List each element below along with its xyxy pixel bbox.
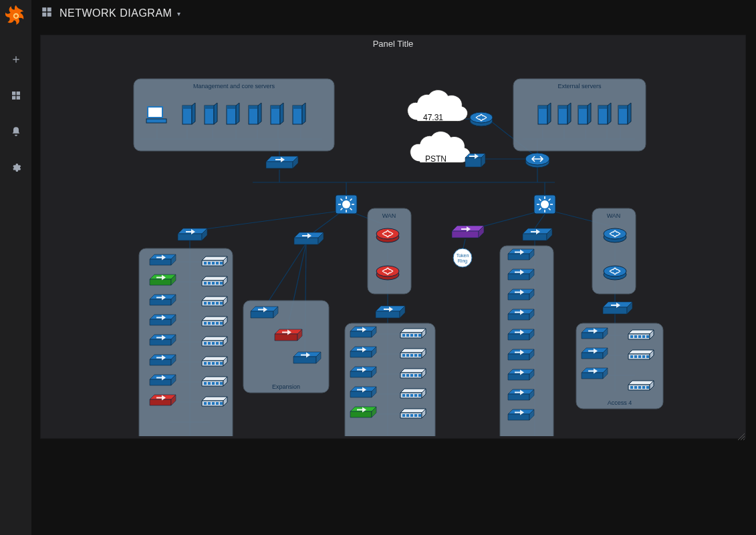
access1-pp-7[interactable] [202,377,227,386]
ext-tower-4[interactable] [598,103,611,124]
expansion-sw-1[interactable] [251,307,278,318]
dist-switch-right[interactable] [534,195,555,214]
svg-rect-267 [216,402,219,405]
access3-sw-6[interactable] [508,349,534,360]
sidebar-item-configuration[interactable] [10,162,22,174]
access4-sw-1[interactable] [582,328,608,339]
svg-rect-91 [146,119,166,123]
svg-rect-233 [212,342,215,345]
access4-pp-1[interactable] [628,330,654,339]
access1-sw-3[interactable] [150,295,176,305]
access2-pp-3[interactable] [400,369,426,378]
svg-marker-337 [508,274,529,280]
wan2-router-1[interactable] [604,228,626,242]
access1-sw-6[interactable] [150,355,176,365]
access3-sw-8[interactable] [508,389,534,400]
svg-marker-383 [582,373,603,379]
mgmt-tower-6[interactable] [293,103,305,124]
access2-pp-2[interactable] [400,349,426,358]
mgmt-tower-3[interactable] [227,103,239,124]
mgmt-tower-1[interactable] [182,103,195,124]
ext-tower-5[interactable] [618,103,631,124]
svg-point-177 [604,266,626,277]
dist-switch-left[interactable] [336,195,357,214]
sidebar-item-create[interactable] [10,53,22,65]
edge-router[interactable] [470,112,493,126]
token-ring-node[interactable]: Token Ring [453,248,472,267]
access2-sw-2[interactable] [350,347,376,357]
expansion-sw-3[interactable] [293,352,321,363]
mgmt-tower-2[interactable] [205,103,217,124]
wan2-router-2[interactable] [604,266,626,280]
svg-marker-358 [508,414,529,420]
pbx-node[interactable] [465,154,485,167]
dashboard-title-dropdown[interactable]: NETWORK DIAGRAM ▾ [59,7,181,19]
panel-title[interactable]: Panel Title [40,35,746,49]
svg-marker-193 [150,279,171,285]
cloud-pstn-node[interactable]: PSTN [410,132,471,164]
svg-rect-221 [208,322,211,325]
access1-pp-1[interactable] [202,256,227,266]
access1-sw-7[interactable] [150,375,176,385]
access2-pp-4[interactable] [400,389,426,398]
access3-sw-4[interactable] [508,309,534,320]
access2-sw-3[interactable] [350,367,376,377]
access4-pp-2[interactable] [628,350,654,359]
access1-pp-6[interactable] [202,357,227,366]
access1-pp-5[interactable] [202,337,227,346]
purple-special-node[interactable] [452,226,484,238]
access2-uplink[interactable] [376,306,405,318]
access1-sw-5[interactable] [150,335,176,345]
ext-tower-1[interactable] [538,103,551,124]
access1-pp-4[interactable] [202,317,227,326]
expansion-sw-2[interactable] [275,329,302,341]
access1-sw-1[interactable] [150,254,176,265]
access3-sw-1[interactable] [508,249,534,260]
access1-uplink[interactable] [178,228,207,240]
sidebar-item-alerting[interactable] [10,126,22,138]
access4-pp-3[interactable] [628,381,654,390]
access2-sw-1[interactable] [350,327,376,337]
access2-pp-5[interactable] [400,409,426,418]
access3-uplink[interactable] [523,228,552,240]
access1-sw-2[interactable] [150,275,176,285]
panel-resize-handle[interactable] [738,431,745,437]
access1-sw-8[interactable] [150,395,176,405]
core-switch[interactable] [266,156,298,168]
svg-marker-156 [178,234,202,240]
svg-marker-111 [266,162,293,168]
access3-sw-3[interactable] [508,289,534,300]
grafana-logo[interactable] [5,4,27,25]
wan1-router-2[interactable] [376,266,399,280]
access1-pp-8[interactable] [202,397,227,406]
access2-sw-5[interactable] [350,407,376,417]
access4-sw-2[interactable] [582,348,608,359]
access1-sw-4[interactable] [150,315,176,325]
ext-tower-2[interactable] [558,103,571,124]
mgmt-tower-5[interactable] [271,103,283,124]
wan1-router-1[interactable] [376,228,399,242]
svg-marker-346 [508,334,529,340]
diagram-canvas[interactable]: Management and core servers External ser… [40,52,746,436]
svg-marker-109 [302,103,305,124]
access4-uplink[interactable] [603,302,632,314]
mgmt-tower-4[interactable] [249,103,261,124]
access1-pp-3[interactable] [202,297,227,306]
access3-sw-5[interactable] [508,329,534,340]
access3-sw-9[interactable] [508,409,534,420]
access2-sw-4[interactable] [350,387,376,397]
gateway-node[interactable] [525,153,549,168]
svg-rect-377 [630,355,633,358]
access1-pp-2[interactable] [202,277,227,286]
expansion-uplink[interactable] [294,232,324,244]
sidebar-item-dashboards[interactable] [10,90,22,102]
access3-sw-2[interactable] [508,269,534,280]
dashboards-icon[interactable] [41,6,53,21]
cloud-value-node[interactable]: 47.31 [408,90,468,122]
access4-sw-3[interactable] [582,368,608,379]
svg-rect-245 [216,362,219,365]
ext-tower-3[interactable] [578,103,591,124]
svg-line-34 [190,211,340,231]
access2-pp-1[interactable] [400,329,426,338]
access3-sw-7[interactable] [508,369,534,380]
